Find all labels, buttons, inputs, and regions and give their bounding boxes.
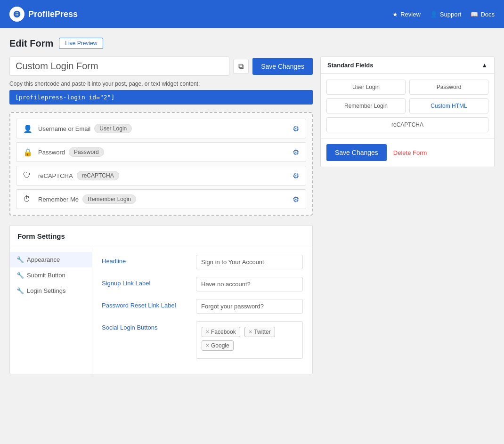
- panel-actions: Save Changes Delete Form: [321, 138, 494, 167]
- form-fields-area: 👤 Username or Email User Login ⚙ 🔒 Passw…: [9, 112, 313, 216]
- field-btn-remember-login[interactable]: Remember Login: [326, 98, 406, 113]
- field-gear-password[interactable]: ⚙: [293, 148, 299, 157]
- clock-field-icon: ⏱: [23, 195, 33, 203]
- live-preview-button[interactable]: Live Preview: [59, 38, 103, 49]
- settings-row-signup-link: Signup Link Label: [102, 277, 303, 291]
- settings-row-headline: Headline: [102, 255, 303, 269]
- settings-row-social-login: Social Login Buttons × Facebook ×: [102, 321, 303, 359]
- field-badge-recaptcha: reCAPTCHA: [77, 171, 119, 180]
- nav-review[interactable]: ★ Review: [392, 11, 421, 18]
- star-icon: ★: [392, 11, 398, 18]
- shortcode-box[interactable]: [profilepress-login id="2"]: [9, 90, 313, 105]
- tag-facebook[interactable]: × Facebook: [202, 327, 240, 337]
- field-badge-password: Password: [69, 147, 104, 157]
- book-icon: 📖: [471, 11, 478, 18]
- chevron-up-icon: ▲: [481, 62, 488, 69]
- header: ProfilePress ★ Review 👤 Support 📖 Docs: [0, 0, 504, 28]
- field-btn-custom-html[interactable]: Custom HTML: [409, 98, 488, 113]
- sidebar-item-appearance[interactable]: 🔧 Appearance: [10, 252, 92, 267]
- copy-shortcode-icon-button[interactable]: ⧉: [233, 59, 249, 74]
- shortcode-label: Copy this shortcode and paste it into yo…: [9, 81, 313, 87]
- copy-icon: ⧉: [238, 62, 244, 70]
- field-label-username: Username or Email: [38, 125, 90, 132]
- right-column: Standard Fields ▲ User Login Password Re…: [320, 57, 495, 167]
- signup-link-input[interactable]: [196, 277, 303, 291]
- field-gear-remember[interactable]: ⚙: [293, 195, 299, 204]
- sidebar-item-login-settings[interactable]: 🔧 Login Settings: [10, 283, 92, 299]
- social-login-label: Social Login Buttons: [102, 321, 196, 331]
- logo-text: ProfilePress: [28, 9, 78, 19]
- nav-docs[interactable]: 📖 Docs: [471, 11, 495, 18]
- form-settings-title: Form Settings: [10, 226, 312, 247]
- field-gear-recaptcha[interactable]: ⚙: [293, 171, 299, 180]
- field-badge-remember: Remember Login: [82, 194, 136, 204]
- settings-sidebar: 🔧 Appearance 🔧 Submit Button 🔧 Login Set…: [10, 247, 92, 374]
- nav-support[interactable]: 👤 Support: [430, 11, 462, 18]
- lock-field-icon: 🔒: [23, 148, 33, 157]
- wrench-icon-submit: 🔧: [16, 272, 24, 279]
- tag-twitter-remove[interactable]: ×: [249, 329, 252, 335]
- logo-svg: [13, 10, 21, 18]
- shield-field-icon: 🛡: [23, 171, 33, 180]
- social-login-input-wrapper: × Facebook × Twitter ×: [196, 321, 303, 359]
- person-icon: 👤: [430, 11, 438, 18]
- sidebar-item-submit-button[interactable]: 🔧 Submit Button: [10, 267, 92, 283]
- tag-google[interactable]: × Google: [202, 340, 234, 351]
- field-label-password: Password: [38, 149, 65, 156]
- settings-body: 🔧 Appearance 🔧 Submit Button 🔧 Login Set…: [10, 247, 312, 374]
- form-name-row: ⧉ Save Changes: [9, 57, 313, 76]
- social-tags-container: × Facebook × Twitter ×: [196, 321, 303, 359]
- settings-row-password-reset: Password Reset Link Label: [102, 299, 303, 314]
- main-content: Edit Form Live Preview ⧉ Save Changes Co…: [0, 28, 504, 384]
- two-col-layout: ⧉ Save Changes Copy this shortcode and p…: [9, 57, 495, 374]
- tag-facebook-remove[interactable]: ×: [206, 329, 209, 335]
- field-label-recaptcha: reCAPTCHA: [38, 172, 73, 179]
- edit-form-header: Edit Form Live Preview: [9, 38, 495, 49]
- field-label-remember: Remember Me: [38, 196, 79, 203]
- wrench-icon-login: 🔧: [16, 287, 24, 294]
- field-btn-user-login[interactable]: User Login: [326, 80, 406, 95]
- field-btn-password[interactable]: Password: [409, 80, 488, 95]
- password-reset-input[interactable]: [196, 299, 303, 314]
- headline-input[interactable]: [196, 255, 303, 269]
- field-row-password: 🔒 Password Password ⚙: [16, 142, 306, 162]
- form-settings-container: Form Settings 🔧 Appearance 🔧 Submit Butt…: [9, 225, 313, 374]
- person-field-icon: 👤: [23, 124, 33, 133]
- logo-icon: [9, 7, 24, 22]
- left-column: ⧉ Save Changes Copy this shortcode and p…: [9, 57, 313, 374]
- standard-fields-header: Standard Fields ▲: [321, 57, 494, 74]
- save-changes-button-right[interactable]: Save Changes: [326, 144, 387, 161]
- settings-main: Headline Signup Link Label: [92, 247, 312, 374]
- field-gear-username[interactable]: ⚙: [293, 124, 299, 133]
- headline-input-wrapper: [196, 255, 303, 269]
- logo: ProfilePress: [9, 7, 78, 22]
- form-name-input[interactable]: [9, 57, 229, 76]
- field-badge-user-login: User Login: [94, 124, 132, 133]
- delete-form-link[interactable]: Delete Form: [393, 149, 427, 156]
- page-title: Edit Form: [9, 38, 53, 49]
- tag-twitter[interactable]: × Twitter: [244, 327, 275, 337]
- password-reset-label: Password Reset Link Label: [102, 299, 196, 309]
- save-changes-button-top[interactable]: Save Changes: [252, 58, 313, 75]
- field-row-username: 👤 Username or Email User Login ⚙: [16, 119, 306, 138]
- password-reset-input-wrapper: [196, 299, 303, 314]
- header-nav: ★ Review 👤 Support 📖 Docs: [392, 11, 495, 18]
- signup-link-label: Signup Link Label: [102, 277, 196, 287]
- headline-label: Headline: [102, 255, 196, 265]
- wrench-icon-appearance: 🔧: [16, 256, 24, 263]
- signup-link-input-wrapper: [196, 277, 303, 291]
- standard-fields-grid: User Login Password Remember Login Custo…: [321, 74, 494, 138]
- standard-fields-panel: Standard Fields ▲ User Login Password Re…: [320, 57, 495, 167]
- field-row-recaptcha: 🛡 reCAPTCHA reCAPTCHA ⚙: [16, 166, 306, 186]
- tag-google-remove[interactable]: ×: [206, 342, 209, 349]
- field-btn-recaptcha[interactable]: reCAPTCHA: [326, 117, 488, 132]
- field-row-remember: ⏱ Remember Me Remember Login ⚙: [16, 189, 306, 209]
